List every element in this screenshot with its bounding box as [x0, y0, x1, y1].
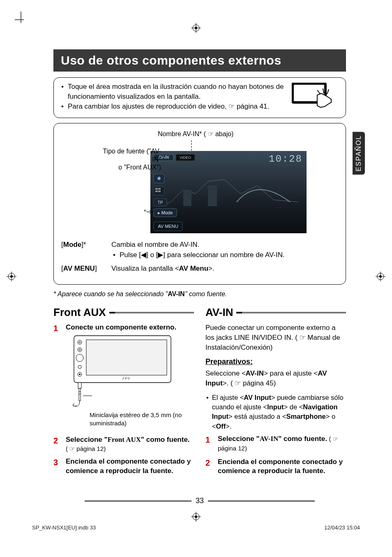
svg-point-50: [79, 374, 81, 375]
page-number: 33: [196, 497, 204, 505]
section-title: AV-IN: [205, 306, 233, 319]
svg-rect-51: [78, 383, 81, 388]
registration-mark-icon: [7, 272, 16, 281]
avin-name-label: Nombre AV-IN* ( ☞ abajo): [158, 130, 315, 138]
step-subtext: ( ☞ página 12): [66, 445, 194, 453]
section-title: Front AUX: [53, 306, 106, 319]
svg-rect-36: [155, 190, 158, 192]
step-item: 3 Encienda el componente conectado y com…: [53, 457, 194, 476]
prep-heading: Preparativos:: [205, 357, 346, 366]
brand-label: JVC: [122, 376, 131, 380]
svg-rect-28: [208, 186, 217, 206]
source-type-label: Tipo de fuente ("AV-IN" o "Front AUX"): [96, 147, 161, 171]
language-tab: ESPAÑOL: [353, 132, 365, 174]
prep-text: Seleccione <AV-IN> para el ajuste <AV In…: [205, 369, 346, 388]
svg-rect-37: [158, 190, 161, 192]
receiver-front-icon: JVC: [66, 334, 177, 408]
front-aux-section: Front AUX 1 Conecte un componente extern…: [53, 306, 194, 480]
svg-text:✱: ✱: [157, 176, 161, 181]
step-title: Seleccione "AV-IN" como fuente. ( ☞ pági…: [218, 434, 346, 453]
registration-mark-icon: [376, 272, 385, 281]
button-label: [Mode]*: [61, 240, 111, 262]
prep-bullet-list: El ajuste <AV Input> puede cambiarse sól…: [205, 393, 346, 431]
step-title: Conecte un componente externo.: [66, 323, 194, 332]
step-title: Seleccione "Front AUX" como fuente.: [66, 435, 194, 445]
crop-mark-icon: [15, 12, 27, 28]
two-column-layout: Front AUX 1 Conecte un componente extern…: [53, 306, 346, 480]
step-item: 2 Encienda el componente conectado y com…: [205, 457, 346, 476]
table-row: [Mode]* Cambia el nombre de AV-IN. Pulse…: [61, 240, 338, 262]
step-number: 1: [53, 323, 66, 431]
screen-avmenu-button: AV MENU: [158, 224, 178, 229]
device-figure: JVC: [66, 334, 194, 427]
touch-illustration: [290, 82, 339, 111]
svg-rect-52: [79, 388, 81, 401]
divider-line: [236, 312, 346, 313]
button-desc: Visualiza la pantalla <AV Menu>.: [111, 264, 338, 276]
table-row: [AV MENU] Visualiza la pantalla <AV Menu…: [61, 264, 338, 276]
footnote: * Aparece cuando se ha seleccionado "AV-…: [53, 290, 346, 298]
av-in-section: AV-IN Puede conectar un componente exter…: [205, 306, 346, 480]
notice-item: Toque el área mostrada en la ilustración…: [60, 82, 286, 102]
screen-video-label: VIDEO: [180, 155, 191, 160]
step-item: 1 Conecte un componente externo.: [53, 323, 194, 431]
notice-list: Toque el área mostrada en la ilustración…: [60, 82, 286, 111]
button-desc: Cambia el nombre de AV-IN. Pulse [◀] o […: [111, 240, 338, 262]
svg-rect-35: [158, 188, 161, 190]
svg-line-23: [327, 89, 329, 94]
step-item: 1 Seleccione "AV-IN" como fuente. ( ☞ pá…: [205, 434, 346, 453]
footer-timestamp: 12/04/23 15:04: [324, 525, 360, 531]
intro-text: Puede conectar un componente externo a l…: [205, 323, 346, 352]
notice-text: Para cambiar los ajustes de reproducción…: [68, 102, 269, 111]
step-title: Encienda el componente conectado y comie…: [66, 457, 194, 476]
asterisk-marker: *: [144, 208, 146, 215]
page-content: ESPAÑOL Uso de otros componentes externo…: [53, 49, 346, 516]
step-number: 2: [205, 457, 218, 476]
screen-tp-label: TP: [158, 200, 163, 205]
step-number: 3: [53, 457, 66, 476]
notice-text: Toque el área mostrada en la ilustración…: [68, 82, 286, 102]
screen-description-box: Nombre AV-IN* ( ☞ abajo) Tipo de fuente …: [53, 123, 346, 285]
page-title: Uso de otros componentes externos: [53, 49, 346, 72]
svg-rect-34: [155, 188, 158, 190]
manual-page: ESPAÑOL Uso de otros componentes externo…: [0, 0, 392, 557]
footer-filename: SP_KW-NSX1[EU].indb 33: [32, 525, 96, 531]
footer: SP_KW-NSX1[EU].indb 33 12/04/23 15:04: [32, 525, 360, 531]
button-label: [AV MENU]: [61, 264, 111, 276]
figure-caption: Miniclavija estéreo de 3,5 mm (no sumini…: [90, 411, 194, 427]
screenshot-figure: Nombre AV-IN* ( ☞ abajo) Tipo de fuente …: [85, 130, 315, 233]
screen-clock: 10:28: [269, 153, 302, 165]
step-title: Encienda el componente conectado y comie…: [218, 457, 346, 476]
svg-rect-42: [86, 340, 167, 375]
notice-box: Toque el área mostrada en la ilustración…: [53, 77, 346, 118]
divider-line: [109, 312, 194, 313]
step-item: 2 Seleccione "Front AUX" como fuente. ( …: [53, 435, 194, 453]
list-item: El ajuste <AV Input> puede cambiarse sól…: [205, 393, 346, 431]
notice-item: Para cambiar los ajustes de reproducción…: [60, 102, 286, 111]
registration-mark-icon: [191, 23, 201, 33]
page-number-bar: 33: [85, 497, 315, 505]
svg-rect-27: [183, 190, 191, 206]
touch-screen-icon: [292, 83, 337, 111]
screen-mode-button: ▸ Mode: [158, 210, 173, 215]
step-number: 2: [53, 435, 66, 453]
button-description-table: [Mode]* Cambia el nombre de AV-IN. Pulse…: [60, 239, 339, 277]
step-number: 1: [205, 434, 218, 453]
